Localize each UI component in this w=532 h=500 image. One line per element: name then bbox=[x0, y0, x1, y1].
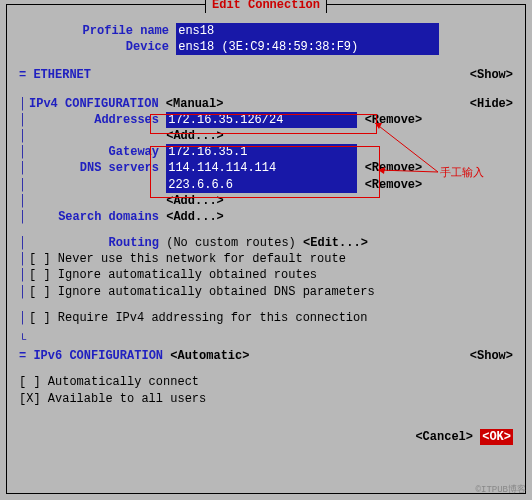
svg-line-1 bbox=[378, 170, 438, 172]
anno-arrows bbox=[0, 0, 532, 500]
watermark: ©ITPUB博客 bbox=[476, 484, 526, 496]
anno-text: 手工输入 bbox=[440, 166, 484, 181]
svg-line-0 bbox=[375, 123, 438, 172]
svg-marker-3 bbox=[378, 167, 385, 174]
